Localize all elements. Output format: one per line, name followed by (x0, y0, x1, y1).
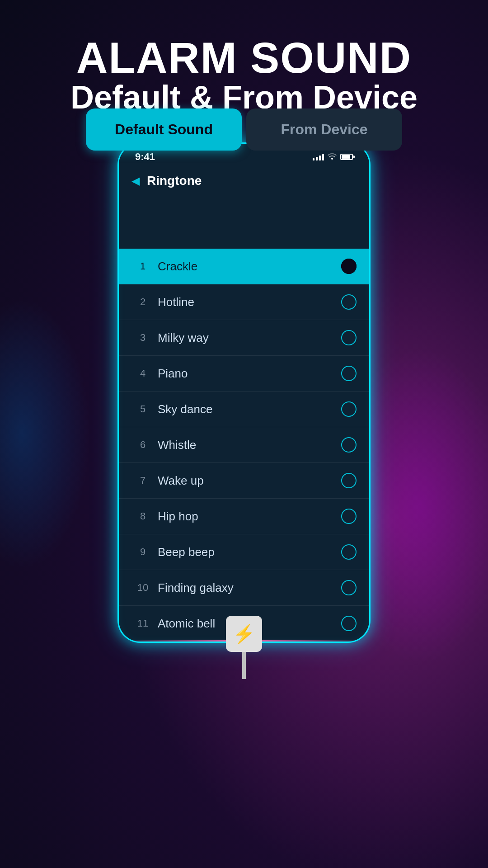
sound-name: Piano (158, 367, 341, 381)
phone-frame: 9:41 (117, 142, 371, 643)
radio-button[interactable] (341, 544, 357, 560)
sound-name: Beep beep (158, 545, 341, 559)
status-icons (313, 152, 353, 161)
radio-button[interactable] (341, 509, 357, 524)
radio-button[interactable] (341, 580, 357, 595)
connector-plug: ⚡ (226, 616, 262, 652)
radio-button[interactable] (341, 437, 357, 453)
connector-cable (242, 652, 246, 679)
sound-item-beep-beep[interactable]: 9Beep beep (119, 534, 369, 570)
sound-number: 4 (131, 368, 154, 379)
sound-name: Finding galaxy (158, 581, 341, 595)
phone-wrapper: 9:41 (0, 142, 488, 643)
sound-number: 11 (131, 618, 154, 629)
radio-button[interactable] (341, 616, 357, 631)
sound-item-hotline[interactable]: 2Hotline (119, 284, 369, 320)
sound-name: Hip hop (158, 509, 341, 524)
sound-number: 8 (131, 510, 154, 522)
sound-item-crackle[interactable]: 1Crackle (119, 249, 369, 284)
sound-name: Crackle (158, 259, 341, 274)
sound-item-wake-up[interactable]: 7Wake up (119, 463, 369, 499)
charging-connector: ⚡ (226, 616, 262, 679)
tab-default-sound[interactable]: Default Sound (86, 108, 242, 151)
sound-name: Milky way (158, 331, 341, 345)
sound-number: 6 (131, 439, 154, 451)
sound-number: 5 (131, 403, 154, 415)
radio-button[interactable] (341, 259, 357, 274)
tab-spacer (119, 194, 369, 249)
sound-name: Wake up (158, 474, 341, 488)
signal-icon (313, 153, 324, 160)
sound-name: Sky dance (158, 402, 341, 416)
wifi-icon (328, 152, 337, 161)
radio-button[interactable] (341, 330, 357, 345)
sound-name: Whistle (158, 438, 341, 452)
sound-list: 1Crackle2Hotline3Milky way4Piano5Sky dan… (119, 249, 369, 642)
sound-number: 3 (131, 332, 154, 344)
nav-bar: ◀ Ringtone (119, 167, 369, 194)
nav-title: Ringtone (147, 174, 202, 188)
radio-button[interactable] (341, 473, 357, 488)
status-time: 9:41 (135, 151, 155, 163)
battery-icon (340, 154, 353, 160)
sound-number: 9 (131, 546, 154, 558)
sound-item-hip-hop[interactable]: 8Hip hop (119, 499, 369, 534)
sound-item-sky-dance[interactable]: 5Sky dance (119, 392, 369, 427)
sound-item-piano[interactable]: 4Piano (119, 356, 369, 392)
sound-item-whistle[interactable]: 6Whistle (119, 427, 369, 463)
radio-button[interactable] (341, 366, 357, 381)
sound-item-milky-way[interactable]: 3Milky way (119, 320, 369, 356)
sound-number: 10 (131, 582, 154, 594)
back-arrow-icon[interactable]: ◀ (131, 175, 140, 187)
sound-item-finding-galaxy[interactable]: 10Finding galaxy (119, 570, 369, 606)
bolt-icon: ⚡ (233, 623, 255, 645)
sound-number: 1 (131, 260, 154, 272)
sound-name: Hotline (158, 295, 341, 309)
tabs-container: Default Sound From Device (86, 108, 402, 151)
radio-button[interactable] (341, 401, 357, 417)
tab-from-device[interactable]: From Device (246, 108, 402, 151)
sound-number: 7 (131, 475, 154, 486)
header-line1: ALARM SOUND (0, 36, 488, 80)
radio-button[interactable] (341, 294, 357, 310)
sound-number: 2 (131, 296, 154, 308)
